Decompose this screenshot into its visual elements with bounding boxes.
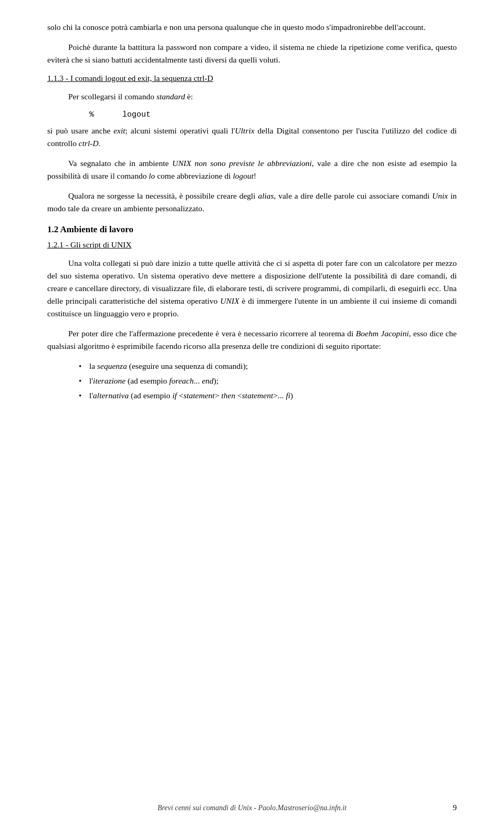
text-qualora: Qualora ne sorgesse la necessità, è poss… — [68, 191, 258, 200]
code-logout: % logout — [89, 110, 457, 119]
text-close-paren: ) — [290, 391, 293, 400]
text-alias-italic: alias — [258, 191, 274, 200]
text-if-italic: if — [172, 391, 177, 400]
text-statement1-italic: statement — [183, 391, 214, 400]
footer-text: Brevi cenni sui comandi di Unix - Paolo.… — [158, 804, 346, 812]
text-ctrld-italic: ctrl-D — [79, 139, 99, 148]
text-per-scollegarsi: Per scollegarsi il comando — [68, 92, 156, 101]
text-ad-esempio2: (ad esempio — [129, 391, 172, 400]
conditions-list: la sequenza (eseguire una sequenza di co… — [79, 360, 457, 402]
paragraph-alias: Qualora ne sorgesse la necessità, è poss… — [47, 190, 457, 215]
text-alternativa-italic: alternativa — [93, 391, 129, 400]
text-then-italic: then — [222, 391, 236, 400]
text-logout-italic: logout — [233, 171, 254, 180]
text-gt1: > — [215, 391, 222, 400]
text-foreach-italic: foreach — [169, 376, 194, 385]
list-item-sequenza: la sequenza (eseguire una sequenza di co… — [79, 360, 457, 373]
text-standard-italic: standard — [156, 92, 185, 101]
text-lo-italic: lo — [149, 171, 155, 180]
paragraph-boehm: Per poter dire che l'affermazione preced… — [47, 327, 457, 353]
section-1-2-1-heading: 1.2.1 - Gli script di UNIX — [47, 240, 457, 250]
paragraph-standard: Per scollegarsi il comando standard è: — [47, 90, 457, 103]
text-si-puo: si può usare anche — [47, 126, 113, 135]
paragraph-exit: si può usare anche exit; alcuni sistemi … — [47, 125, 457, 150]
text-exclaim: ! — [254, 171, 256, 180]
list-item-alternativa: l'alternativa (ad esempio if <statement>… — [79, 389, 457, 402]
page-content: solo chi la conosce potrà cambiarla e no… — [0, 0, 504, 449]
paragraph-2: Poichè durante la battitura la password … — [47, 41, 457, 66]
text-fi-italic: fi — [286, 391, 290, 400]
paragraph-unix-abbr: Va segnalato che in ambiente UNIX non so… — [47, 157, 457, 182]
footer: Brevi cenni sui comandi di Unix - Paolo.… — [0, 804, 504, 812]
text-unix-italic3: UNIX — [220, 296, 239, 305]
text-statement2-italic: statement — [242, 391, 273, 400]
paragraph-unix-env: Una volta collegati si può dare inizio a… — [47, 257, 457, 320]
text-ad-esempio: (ad esempio — [125, 376, 169, 385]
text-alcuni: ; alcuni sistemi operativi quali l' — [125, 126, 235, 135]
section-1-1-3-heading: 1.1.3 - I comandi logout ed exit, la seq… — [47, 74, 457, 83]
text-lt1: < — [177, 391, 184, 400]
text-dots2: >... — [273, 391, 286, 400]
text-la: la — [89, 361, 97, 370]
text-ultrix-italic: Ultrix — [235, 126, 255, 135]
text-semicolon1: ); — [214, 376, 218, 385]
text-lt2: < — [235, 391, 242, 400]
text-boehm-italic: Boehm Jacopini — [356, 329, 409, 338]
text-dots1: ... — [194, 376, 202, 385]
page-number: 9 — [453, 803, 457, 812]
text-per-poter: Per poter dire che l'affermazione preced… — [68, 329, 356, 338]
text-exit-italic: exit — [113, 126, 125, 135]
text-vale-parole: , vale a dire delle parole cui associare… — [274, 191, 432, 200]
text-iterazione-italic: iterazione — [93, 376, 125, 385]
text-eseguire: (eseguire una sequenza di comandi); — [127, 361, 248, 370]
text-period: . — [99, 139, 101, 148]
text-e: è: — [185, 92, 193, 101]
text-come-abbr: come abbreviazione di — [155, 171, 233, 180]
text-unix-italic2: Unix — [432, 191, 448, 200]
text-va-segnalato: Va segnalato che in ambiente — [68, 159, 172, 168]
text-end-italic: end — [202, 376, 213, 385]
section-1-2-heading: 1.2 Ambiente di lavoro — [47, 224, 457, 235]
paragraph-1: solo chi la conosce potrà cambiarla e no… — [47, 21, 457, 34]
text-sequenza-italic: sequenza — [97, 361, 127, 370]
list-item-iterazione: l'iterazione (ad esempio foreach... end)… — [79, 375, 457, 387]
text-unix-abbr-italic: UNIX non sono previste le abbreviazioni — [172, 159, 312, 168]
